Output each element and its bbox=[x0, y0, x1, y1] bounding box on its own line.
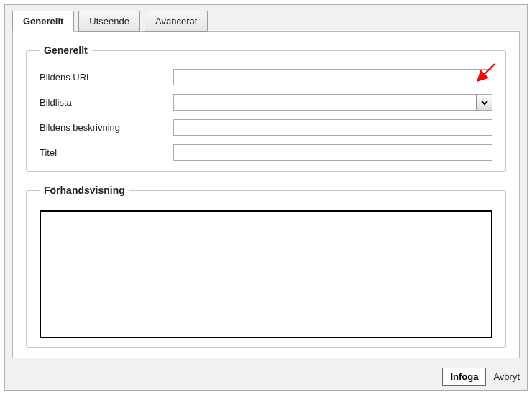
legend-general: Generellt bbox=[40, 45, 92, 56]
preview-area bbox=[40, 210, 492, 338]
image-list-value bbox=[174, 95, 476, 110]
row-image-list: Bildlista bbox=[40, 94, 492, 111]
cancel-button[interactable]: Avbryt bbox=[493, 371, 520, 382]
image-desc-input[interactable] bbox=[173, 119, 492, 136]
label-title: Titel bbox=[40, 147, 173, 158]
image-dialog: Generellt Utseende Avancerat Generellt B… bbox=[4, 4, 528, 391]
row-image-url: Bildens URL bbox=[40, 69, 492, 85]
panel-general: Generellt Bildens URL Bi bbox=[12, 31, 520, 358]
label-image-url: Bildens URL bbox=[40, 72, 173, 83]
tab-general[interactable]: Generellt bbox=[12, 11, 74, 32]
dialog-footer: Infoga Avbryt bbox=[442, 368, 520, 386]
insert-button[interactable]: Infoga bbox=[442, 368, 486, 386]
image-list-select[interactable] bbox=[173, 94, 492, 111]
label-image-list: Bildlista bbox=[40, 97, 173, 108]
dropdown-button[interactable] bbox=[476, 95, 492, 110]
tab-appearance[interactable]: Utseende bbox=[78, 11, 140, 32]
row-title: Titel bbox=[40, 144, 492, 161]
legend-preview: Förhandsvisning bbox=[40, 185, 129, 196]
title-input[interactable] bbox=[173, 144, 492, 161]
fieldset-preview: Förhandsvisning bbox=[26, 185, 506, 348]
tabs: Generellt Utseende Avancerat bbox=[5, 5, 527, 32]
label-image-desc: Bildens beskrivning bbox=[40, 122, 173, 133]
tab-advanced[interactable]: Avancerat bbox=[145, 11, 208, 32]
chevron-down-icon bbox=[480, 98, 489, 107]
row-image-desc: Bildens beskrivning bbox=[40, 119, 492, 136]
fieldset-general: Generellt Bildens URL Bi bbox=[26, 45, 506, 172]
image-url-input[interactable] bbox=[173, 69, 492, 85]
